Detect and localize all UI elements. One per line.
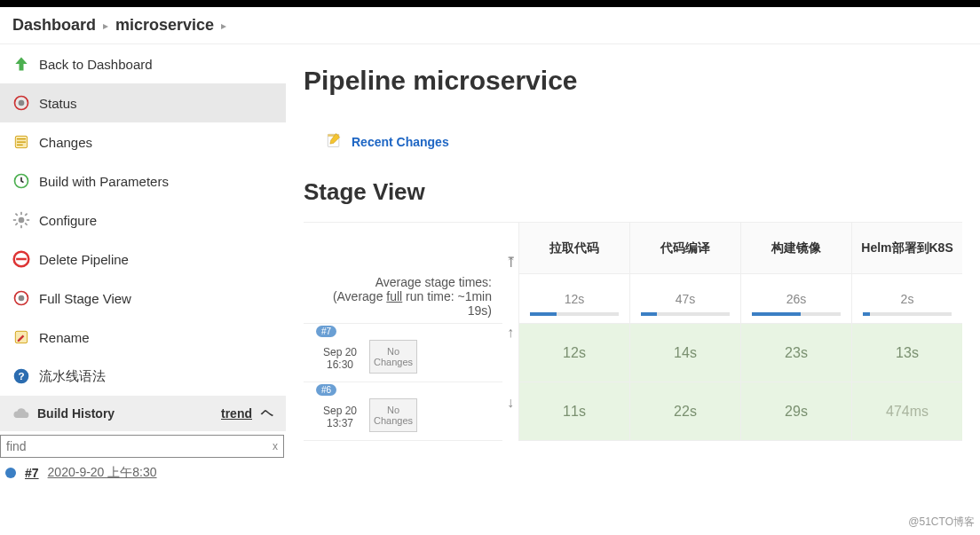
gear-icon bbox=[12, 211, 30, 229]
stage-col-header: 构建镜像 bbox=[741, 223, 851, 274]
svg-rect-10 bbox=[25, 223, 28, 226]
find-input[interactable] bbox=[1, 436, 267, 457]
run-changes: No Changes bbox=[369, 398, 417, 432]
stage-col-0: 拉取代码 12s 12s 11s bbox=[518, 223, 629, 441]
avg-line3: 19s) bbox=[309, 303, 492, 318]
sidebar-item-label: Full Stage View bbox=[39, 291, 131, 306]
notepad-icon bbox=[325, 131, 343, 152]
stage-cell[interactable]: 12s bbox=[519, 324, 629, 382]
window-top-bar bbox=[0, 0, 980, 7]
cloud-icon bbox=[12, 405, 30, 422]
stage-cell[interactable]: 14s bbox=[630, 324, 740, 382]
stage-col-3: Helm部署到K8S 2s 13s 474ms bbox=[851, 223, 962, 441]
stage-columns: 拉取代码 12s 12s 11s 代码编译 47s bbox=[518, 223, 962, 441]
stage-view-title: Stage View bbox=[304, 178, 962, 206]
sidebar-item-build-params[interactable]: Build with Parameters bbox=[0, 161, 286, 201]
svg-rect-8 bbox=[27, 219, 29, 221]
stage-col-2: 构建镜像 26s 23s 29s bbox=[740, 223, 851, 441]
stage-cell[interactable]: 13s bbox=[852, 324, 962, 382]
stage-cell[interactable]: 474ms bbox=[852, 382, 962, 441]
recent-changes-block: Recent Changes bbox=[325, 131, 962, 152]
stage-cell[interactable]: 23s bbox=[741, 324, 851, 382]
main-panel: Pipeline microservice Recent Changes Sta… bbox=[286, 44, 980, 484]
stage-col-1: 代码编译 47s 14s 22s bbox=[629, 223, 740, 441]
page-top-icon[interactable]: ⤒ bbox=[505, 254, 517, 271]
run-date: Sep 20 16:30 bbox=[316, 338, 364, 378]
trend-link[interactable]: trend bbox=[221, 406, 252, 421]
build-date-link[interactable]: 2020-9-20 上午8:30 bbox=[48, 465, 157, 481]
sidebar-item-full-stage-view[interactable]: Full Stage View bbox=[0, 279, 286, 318]
svg-rect-7 bbox=[13, 219, 16, 221]
build-history-row[interactable]: #7 2020-9-20 上午8:30 bbox=[0, 461, 286, 484]
breadcrumb-project[interactable]: microservice bbox=[115, 16, 214, 35]
rename-icon bbox=[12, 328, 30, 346]
svg-rect-11 bbox=[25, 213, 28, 216]
sidebar-item-label: Back to Dashboard bbox=[39, 57, 153, 72]
stage-col-header: 代码编译 bbox=[630, 223, 740, 274]
sidebar-item-label: 流水线语法 bbox=[39, 368, 106, 385]
up-arrow-icon bbox=[12, 55, 30, 73]
build-status-ball-icon bbox=[5, 468, 16, 478]
chevron-right-icon: ▸ bbox=[103, 20, 108, 32]
svg-rect-9 bbox=[15, 213, 19, 216]
collapse-caret-icon[interactable]: ヘ bbox=[261, 405, 273, 421]
stage-col-avg: 26s bbox=[741, 274, 851, 324]
sidebar-item-label: Delete Pipeline bbox=[39, 252, 129, 267]
breadcrumb-dashboard[interactable]: Dashboard bbox=[12, 16, 96, 35]
sidebar-item-label: Configure bbox=[39, 213, 97, 228]
avg-line2: (Average full run time: ~1min bbox=[309, 289, 492, 303]
breadcrumb: Dashboard ▸ microservice ▸ bbox=[0, 7, 980, 44]
run-badge: #6 bbox=[316, 384, 336, 396]
stage-col-avg: 2s bbox=[852, 274, 962, 324]
sidebar-item-configure[interactable]: Configure bbox=[0, 201, 286, 240]
stage-cell[interactable]: 11s bbox=[519, 382, 629, 441]
svg-rect-6 bbox=[20, 225, 22, 228]
sidebar-item-status[interactable]: Status bbox=[0, 83, 286, 122]
sidebar-item-label: Build with Parameters bbox=[39, 174, 169, 189]
page-down-icon[interactable]: ↓ bbox=[507, 395, 514, 411]
sidebar-item-changes[interactable]: Changes bbox=[0, 122, 286, 161]
changes-icon bbox=[12, 133, 30, 151]
run-date: Sep 20 13:37 bbox=[316, 397, 364, 437]
build-history-title: Build History bbox=[37, 406, 115, 421]
build-number-link[interactable]: #7 bbox=[25, 466, 39, 480]
stage-cell[interactable]: 29s bbox=[741, 382, 851, 441]
clock-icon bbox=[12, 172, 30, 190]
run-changes: No Changes bbox=[369, 340, 417, 374]
average-stage-times: Average stage times: (Average full run t… bbox=[304, 223, 502, 324]
svg-point-16 bbox=[19, 295, 25, 302]
sidebar-item-rename[interactable]: Rename bbox=[0, 318, 286, 357]
find-row: x bbox=[0, 435, 284, 458]
stage-left-column: Average stage times: (Average full run t… bbox=[304, 223, 502, 441]
sidebar-item-label: Rename bbox=[39, 330, 90, 345]
help-icon: ? bbox=[12, 367, 30, 385]
build-history-header[interactable]: Build History trend ヘ bbox=[0, 396, 286, 431]
recent-changes-link[interactable]: Recent Changes bbox=[352, 135, 449, 149]
svg-point-1 bbox=[19, 100, 25, 106]
svg-point-4 bbox=[19, 217, 25, 224]
run-row-7[interactable]: #7 Sep 20 16:30 No Changes bbox=[304, 324, 502, 382]
page-title: Pipeline microservice bbox=[304, 66, 962, 96]
run-nav-arrows: ⤒ ↑ ↓ bbox=[502, 223, 518, 441]
svg-rect-14 bbox=[16, 258, 27, 261]
stage-col-avg: 12s bbox=[519, 274, 629, 324]
run-badge: #7 bbox=[316, 326, 336, 337]
stage-col-avg: 47s bbox=[630, 274, 740, 324]
avg-line1: Average stage times: bbox=[309, 275, 492, 289]
sidebar-item-pipeline-syntax[interactable]: ? 流水线语法 bbox=[0, 357, 286, 396]
status-icon bbox=[12, 94, 30, 112]
stage-cell[interactable]: 22s bbox=[630, 382, 740, 441]
sidebar: Back to Dashboard Status Changes Build w… bbox=[0, 44, 286, 484]
sidebar-item-back[interactable]: Back to Dashboard bbox=[0, 44, 286, 83]
run-row-6[interactable]: #6 Sep 20 13:37 No Changes bbox=[304, 382, 502, 441]
chevron-right-icon: ▸ bbox=[221, 20, 226, 32]
sidebar-item-label: Status bbox=[39, 96, 77, 111]
stage-col-header: 拉取代码 bbox=[519, 223, 629, 274]
page-up-icon[interactable]: ↑ bbox=[507, 325, 514, 341]
clear-icon[interactable]: x bbox=[267, 440, 283, 452]
sidebar-item-delete[interactable]: Delete Pipeline bbox=[0, 240, 286, 279]
stage-col-header: Helm部署到K8S bbox=[852, 223, 962, 274]
delete-icon bbox=[12, 250, 30, 268]
stageview-icon bbox=[12, 289, 30, 307]
svg-text:?: ? bbox=[18, 370, 24, 382]
